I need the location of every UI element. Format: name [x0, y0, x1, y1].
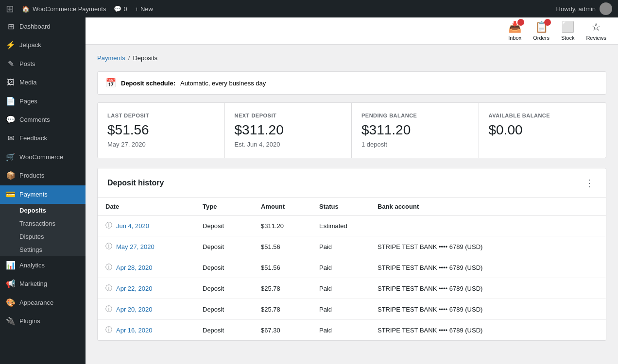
breadcrumb-separator: / [128, 54, 130, 62]
appearance-icon: 🎨 [6, 298, 16, 308]
calendar-icon: 📅 [105, 78, 116, 88]
stats-cards: LAST DEPOSIT $51.56 May 27, 2020 NEXT DE… [97, 102, 606, 158]
sidebar-item-analytics[interactable]: 📊 Analytics [0, 256, 86, 275]
media-icon: 🖼 [6, 77, 16, 88]
cell-date-2: ⓘ Apr 28, 2020 [98, 257, 195, 278]
deposit-schedule-label: Deposit schedule: [121, 80, 175, 87]
cell-date-1: ⓘ May 27, 2020 [98, 236, 195, 257]
breadcrumb: Payments / Deposits [97, 54, 606, 62]
cell-status-3: Paid [311, 278, 370, 299]
submenu-disputes[interactable]: Disputes [0, 230, 86, 243]
submenu-settings[interactable]: Settings [0, 243, 86, 256]
cell-amount-5: $67.30 [253, 320, 311, 341]
products-icon: 📦 [6, 170, 16, 181]
avatar[interactable] [600, 2, 612, 15]
sidebar-item-dashboard[interactable]: ⊞ Dashboard [0, 17, 86, 36]
sidebar-item-plugins[interactable]: 🔌 Plugins [0, 312, 86, 331]
comments-link[interactable]: 💬 0 [114, 5, 127, 13]
info-icon-5[interactable]: ⓘ [105, 326, 112, 334]
cell-type-2: Deposit [195, 257, 253, 278]
top-bar: 📥 Inbox 📋 Orders ⬜ Stock [86, 17, 618, 45]
admin-bar-right: Howdy, admin [556, 2, 612, 15]
payments-submenu: Deposits Transactions Disputes Settings [0, 204, 86, 256]
sidebar-item-jetpack[interactable]: ⚡ Jetpack [0, 36, 86, 54]
deposit-date-link-5[interactable]: Apr 16, 2020 [116, 327, 152, 334]
sidebar-item-appearance[interactable]: 🎨 Appearance [0, 294, 86, 312]
stat-pending-balance-sub: 1 deposit [361, 141, 469, 148]
stat-next-deposit: NEXT DEPOSIT $311.20 Est. Jun 4, 2020 [225, 103, 352, 158]
cell-bank-1: STRIPE TEST BANK •••• 6789 (USD) [370, 236, 606, 257]
more-options-button[interactable]: ⋮ [583, 176, 596, 190]
comments-icon: 💬 [114, 5, 121, 13]
cell-date-0: ⓘ Jun 4, 2020 [98, 215, 195, 236]
site-name[interactable]: 🏠 WooCommerce Payments [22, 5, 106, 13]
sidebar: ⊞ Dashboard ⚡ Jetpack ✎ Posts 🖼 Media 📄 … [0, 17, 86, 364]
plugins-icon: 🔌 [6, 316, 16, 327]
orders-button[interactable]: 📋 Orders [533, 21, 549, 41]
deposit-date-link-1[interactable]: May 27, 2020 [116, 243, 154, 250]
cell-bank-2: STRIPE TEST BANK •••• 6789 (USD) [370, 257, 606, 278]
wp-logo-icon: ⊞ [6, 3, 14, 15]
stat-available-balance-value: $0.00 [489, 122, 597, 138]
payments-icon: 💳 [6, 189, 16, 200]
cell-bank-3: STRIPE TEST BANK •••• 6789 (USD) [370, 278, 606, 299]
col-header-date: Date [98, 198, 195, 215]
stat-next-deposit-sub: Est. Jun 4, 2020 [235, 141, 342, 148]
stat-next-deposit-value: $311.20 [235, 122, 342, 138]
sidebar-item-woocommerce[interactable]: 🛒 WooCommerce [0, 148, 86, 166]
info-icon-2[interactable]: ⓘ [105, 263, 112, 272]
inbox-button[interactable]: 📥 Inbox [508, 21, 521, 41]
deposit-date-link-3[interactable]: Apr 22, 2020 [116, 285, 152, 292]
sidebar-item-posts[interactable]: ✎ Posts [0, 55, 86, 73]
stat-last-deposit: LAST DEPOSIT $51.56 May 27, 2020 [98, 103, 225, 158]
inbox-badge [517, 19, 524, 26]
deposit-date-link-2[interactable]: Apr 28, 2020 [116, 264, 152, 271]
stock-button[interactable]: ⬜ Stock [561, 21, 575, 41]
dashboard-icon: ⊞ [6, 21, 16, 32]
deposit-history-card: Deposit history ⋮ Date Type Amount Statu… [97, 168, 606, 341]
stat-last-deposit-label: LAST DEPOSIT [107, 113, 215, 118]
cell-amount-0: $311.20 [253, 215, 311, 236]
sidebar-item-products[interactable]: 📦 Products [0, 166, 86, 185]
stat-pending-balance: PENDING BALANCE $311.20 1 deposit [352, 103, 479, 158]
col-header-type: Type [195, 198, 253, 215]
table-row: ⓘ Apr 20, 2020 Deposit $25.78 Paid STRIP… [98, 299, 606, 320]
reviews-button[interactable]: ☆ Reviews [586, 21, 606, 41]
deposit-date-link-4[interactable]: Apr 20, 2020 [116, 306, 152, 313]
new-content-button[interactable]: + New [135, 5, 153, 13]
cell-type-1: Deposit [195, 236, 253, 257]
comments-menu-icon: 💬 [6, 115, 16, 125]
toolbar-icons: 📥 Inbox 📋 Orders ⬜ Stock [508, 21, 606, 41]
sidebar-item-feedback[interactable]: ✉ Feedback [0, 129, 86, 148]
breadcrumb-current: Deposits [133, 54, 157, 62]
cell-type-4: Deposit [195, 299, 253, 320]
info-icon-3[interactable]: ⓘ [105, 284, 112, 293]
col-header-amount: Amount [253, 198, 311, 215]
breadcrumb-parent[interactable]: Payments [97, 54, 125, 62]
cell-status-1: Paid [311, 236, 370, 257]
cell-type-5: Deposit [195, 320, 253, 341]
cell-date-5: ⓘ Apr 16, 2020 [98, 320, 195, 341]
pages-icon: 📄 [6, 96, 16, 107]
submenu-transactions[interactable]: Transactions [0, 217, 86, 230]
deposit-date-link-0[interactable]: Jun 4, 2020 [116, 222, 149, 230]
sidebar-item-media[interactable]: 🖼 Media [0, 73, 86, 92]
info-icon-0[interactable]: ⓘ [105, 221, 112, 230]
cell-date-4: ⓘ Apr 20, 2020 [98, 299, 195, 320]
reviews-icon: ☆ [591, 21, 601, 33]
cell-date-3: ⓘ Apr 22, 2020 [98, 278, 195, 299]
submenu-deposits[interactable]: Deposits [0, 204, 86, 217]
info-icon-1[interactable]: ⓘ [105, 242, 112, 251]
info-icon-4[interactable]: ⓘ [105, 305, 112, 314]
cell-type-3: Deposit [195, 278, 253, 299]
cell-amount-2: $51.56 [253, 257, 311, 278]
page-content: Payments / Deposits 📅 Deposit schedule: … [86, 45, 618, 364]
sidebar-item-payments[interactable]: 💳 Payments [0, 185, 86, 204]
cell-bank-0 [370, 215, 606, 236]
feedback-icon: ✉ [6, 133, 16, 144]
stat-pending-balance-label: PENDING BALANCE [361, 113, 469, 118]
jetpack-icon: ⚡ [6, 40, 16, 50]
sidebar-item-marketing[interactable]: 📢 Marketing [0, 275, 86, 293]
sidebar-item-comments[interactable]: 💬 Comments [0, 111, 86, 129]
sidebar-item-pages[interactable]: 📄 Pages [0, 92, 86, 111]
